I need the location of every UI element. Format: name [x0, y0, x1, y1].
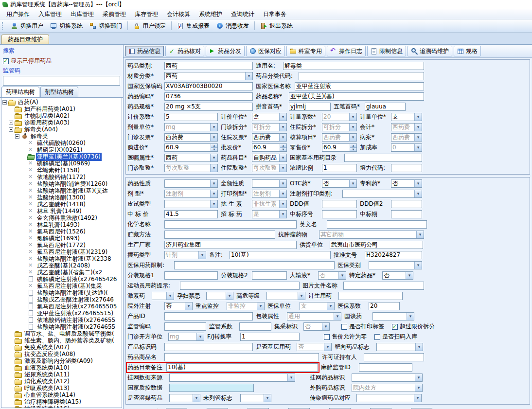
text-input[interactable]: H32024827 — [365, 251, 422, 259]
trace-code-maintenance-button[interactable]: 追溯码维护 — [408, 46, 452, 56]
dropdown[interactable]: 院内处方 — [352, 384, 423, 392]
menu-item-7[interactable]: 系统维护 — [195, 9, 227, 19]
dropdown[interactable]: 非监控 — [227, 302, 265, 310]
message-button[interactable]: 消息收发 — [213, 20, 252, 32]
dropdown[interactable] — [352, 373, 423, 382]
dropdown[interactable] — [356, 394, 422, 402]
dropdown[interactable]: 西药费 — [391, 123, 422, 131]
switch-department-button[interactable]: 切换部门 — [87, 20, 125, 32]
drug-verify-button[interactable]: 药品核对 — [165, 46, 204, 56]
dropdown[interactable] — [342, 190, 422, 198]
text-input[interactable] — [299, 72, 424, 80]
integrated-report-button[interactable]: 集成报表 — [174, 20, 213, 32]
text-input[interactable]: 亚甲蓝注射液 — [295, 82, 424, 90]
department-specific-button[interactable]: 科室专用 — [286, 46, 325, 56]
spinner-input[interactable]: 60.9▲▼ — [252, 143, 287, 152]
dropdown[interactable]: 西药费 — [322, 133, 357, 142]
tree-item[interactable]: 解毒类(A04) — [1, 126, 122, 133]
collapse-icon[interactable] — [9, 127, 13, 132]
checkbox[interactable] — [374, 334, 380, 340]
dropdown[interactable] — [206, 292, 233, 300]
dropdown[interactable]: 针剂 — [164, 251, 206, 259]
text-input[interactable]: 10(基) — [166, 363, 318, 372]
user-lock-button[interactable]: 用户锁定 — [130, 20, 169, 32]
text-input[interactable] — [180, 282, 300, 290]
menu-item-1[interactable]: 用户操作 — [2, 9, 34, 19]
text-input[interactable]: 亚甲蓝(美兰)(基) — [289, 92, 424, 101]
dropdown[interactable]: 西药费 — [252, 133, 287, 142]
text-input[interactable]: 1 — [240, 333, 300, 341]
dropdown[interactable] — [372, 312, 414, 320]
exit-system-button[interactable]: 退出系统 — [257, 20, 296, 32]
dropdown[interactable] — [152, 292, 174, 300]
dropdown[interactable] — [164, 179, 218, 188]
dropdown[interactable]: 其它药物 — [319, 231, 424, 239]
text-input[interactable] — [364, 353, 424, 361]
expand-icon[interactable] — [9, 121, 13, 125]
collapse-icon[interactable] — [15, 134, 19, 139]
menu-item-3[interactable]: 出库管理 — [66, 9, 98, 19]
dropdown[interactable]: 注射剂 — [252, 190, 287, 198]
dropdown[interactable]: mg — [168, 333, 204, 341]
drug-info-button[interactable]: 药品信息 — [125, 46, 164, 56]
text-input[interactable]: 济川药业集团 — [164, 241, 297, 249]
menu-item-6[interactable]: 会计核算 — [162, 9, 195, 19]
restriction-info-button[interactable]: 限制信息 — [367, 46, 406, 56]
dropdown[interactable]: 否 — [164, 302, 193, 310]
menu-item-8[interactable]: 查询统计 — [227, 9, 259, 19]
dropdown[interactable]: 否 — [322, 179, 357, 188]
dropdown[interactable] — [376, 343, 423, 351]
text-input[interactable] — [338, 292, 403, 300]
menu-item-2[interactable]: 入库管理 — [34, 9, 66, 19]
tab-drug-catalog-maintenance[interactable]: 药品目录维护 — [1, 35, 49, 44]
dropdown[interactable]: 西药 — [164, 72, 253, 80]
text-input[interactable] — [322, 200, 357, 208]
spec-button[interactable]: 规格 — [454, 46, 481, 56]
dropdown[interactable] — [240, 394, 271, 402]
switch-system-button[interactable]: 切换系统 — [47, 20, 86, 32]
text-input[interactable] — [327, 220, 427, 229]
dropdown[interactable]: 非抗生素 — [252, 200, 287, 208]
text-input[interactable]: XV03ABY003B0020 — [164, 82, 253, 90]
dropdown[interactable]: 西药 — [164, 154, 218, 162]
checkbox[interactable] — [341, 324, 347, 330]
text-input[interactable] — [359, 363, 412, 372]
regulatory-code-input[interactable] — [3, 76, 120, 86]
dropdown[interactable]: 20 — [322, 113, 357, 121]
text-input[interactable]: glauua — [365, 103, 406, 111]
operation-log-button[interactable]: 操作日志 — [327, 46, 366, 56]
text-input[interactable] — [164, 353, 319, 361]
show-disabled-drugs-checkbox[interactable]: 显示已停用药品 — [3, 57, 120, 65]
text-input[interactable] — [391, 200, 422, 208]
dropdown[interactable]: 通用 — [287, 312, 341, 320]
text-input[interactable] — [322, 210, 357, 218]
dropdown[interactable]: 否 — [297, 343, 332, 351]
text-input[interactable] — [164, 343, 253, 351]
dropdown[interactable]: 否 — [303, 322, 330, 331]
dropdown[interactable]: 否 — [318, 271, 346, 280]
spinner-input[interactable]: 60.9▲▼ — [164, 143, 218, 152]
dropdown[interactable]: 可拆分 — [322, 123, 357, 131]
dropdown[interactable]: 每次取整 — [252, 164, 287, 172]
text-input[interactable] — [164, 220, 297, 229]
checkbox[interactable] — [392, 324, 398, 330]
dropdown[interactable] — [169, 394, 200, 402]
text-input[interactable] — [164, 312, 253, 320]
text-input[interactable] — [169, 384, 254, 392]
menu-item-4[interactable]: 采购管理 — [98, 9, 130, 19]
switch-user-button[interactable]: 切换用户 — [8, 20, 46, 32]
dropdown[interactable] — [164, 200, 218, 208]
dropdown[interactable]: 是 — [252, 210, 287, 218]
checkbox-icon[interactable] — [3, 58, 9, 64]
dropdown[interactable]: 0 — [391, 143, 422, 152]
text-input[interactable]: 0736 — [164, 92, 253, 101]
dropdown[interactable]: 否 — [382, 271, 413, 280]
tree-item[interactable]: 诊断用药类(A03) — [1, 119, 122, 126]
text-input[interactable]: 20 — [369, 302, 400, 310]
dropdown[interactable]: 西药费 — [164, 133, 218, 142]
dropdown[interactable]: 可拆分 — [252, 123, 287, 131]
tree-tab-1[interactable]: 药理结构树 — [1, 87, 39, 97]
text-input[interactable] — [252, 271, 287, 280]
tree-item[interactable]: 神经系统类(A16) — [1, 405, 122, 408]
dropdown[interactable] — [266, 292, 305, 300]
